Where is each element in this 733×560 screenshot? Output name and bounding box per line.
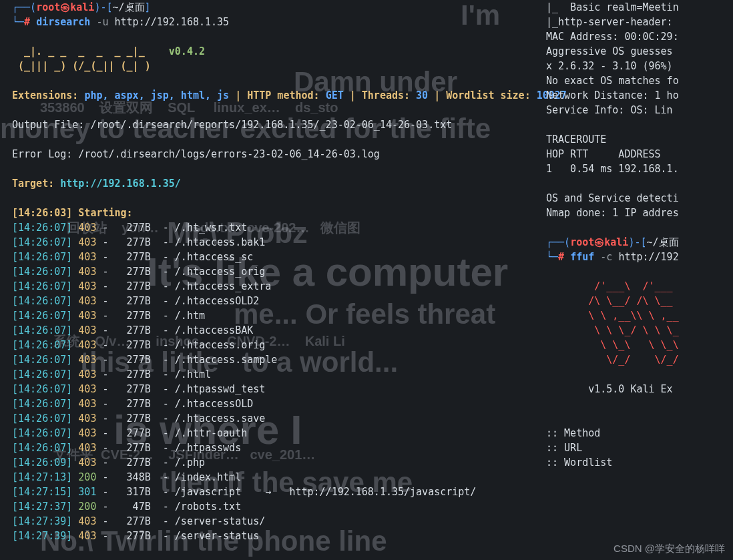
nmap-line: TRACEROUTE	[546, 132, 733, 147]
result-row: [14:27:13] 200 - 348B - /index.html	[12, 470, 535, 485]
error-log-line: Error Log: /root/.dirsearch/logs/errors-…	[12, 147, 535, 162]
ffuf-banner: /'___\ /'___ /\ \__/ /\ \__ \ \ ,__\\ \ …	[546, 279, 733, 367]
result-row: [14:26:07] 403 - 277B - /.httr-oauth	[12, 426, 535, 441]
result-row: [14:26:07] 403 - 277B - /.htaccessOLD2	[12, 294, 535, 308]
result-row: [14:27:39] 403 - 277B - /server-status/	[12, 514, 535, 529]
result-row: [14:26:07] 403 - 277B - /.htaccess.orig	[12, 338, 535, 352]
nmap-line: Network Distance: 1 ho	[546, 88, 733, 103]
nmap-output: |_ Basic realm=Meetin|_http-server-heade…	[546, 0, 733, 220]
result-row: [14:26:07] 403 - 277B - /.htaccess_sc	[12, 250, 535, 264]
banner-line-2: (_||| _) (/_(_|| (_| )	[12, 59, 535, 73]
result-row: [14:26:07] 403 - 277B - /.htaccess.bak1	[12, 235, 535, 250]
result-row: [14:26:07] 403 - 277B - /.ht_wsr.txt	[12, 220, 535, 235]
nmap-line	[546, 176, 733, 191]
result-row: [14:26:07] 403 - 277B - /.html	[12, 367, 535, 382]
nmap-line: |_ Basic realm=Meetin	[546, 0, 733, 15]
result-row: [14:26:07] 403 - 277B - /.htm	[12, 308, 535, 323]
result-list: [14:26:07] 403 - 277B - /.ht_wsr.txt[14:…	[12, 220, 535, 543]
result-row: [14:26:07] 403 - 277B - /.htaccess_extra	[12, 279, 535, 294]
nmap-line: OS and Service detecti	[546, 191, 733, 206]
banner-line-1: _|. _ _ _ _ _ _|_ v0.4.2	[12, 44, 535, 59]
nmap-line: HOP RTT ADDRESS	[546, 147, 733, 162]
nmap-line: |_http-server-header:	[546, 15, 733, 29]
ffuf-version: v1.5.0 Kali Ex	[546, 382, 733, 396]
prompt-line-2: └─# dirsearch -u http://192.168.1.35	[12, 15, 535, 29]
terminal-left[interactable]: ┌──(root㉿kali)-[~/桌面] └─# dirsearch -u h…	[0, 0, 541, 560]
nmap-line: Nmap done: 1 IP addres	[546, 206, 733, 220]
result-row: [14:27:37] 200 - 47B - /robots.txt	[12, 499, 535, 514]
nmap-line	[546, 117, 733, 132]
result-row: [14:26:07] 403 - 277B - /.htaccess_orig	[12, 264, 535, 279]
output-file-line: Output File: /root/.dirsearch/reports/19…	[12, 117, 535, 132]
result-row: [14:26:07] 403 - 277B - /.htpasswd_test	[12, 382, 535, 396]
result-row: [14:26:07] 403 - 277B - /.htpasswds	[12, 441, 535, 455]
nmap-line: Service Info: OS: Lin	[546, 103, 733, 117]
ffuf-config-line: :: Method	[546, 426, 733, 441]
nmap-line: MAC Address: 00:0C:29:	[546, 29, 733, 44]
result-row: [14:26:07] 403 - 277B - /.htaccess.save	[12, 411, 535, 426]
ffuf-config-line: :: Wordlist	[546, 455, 733, 470]
terminal-right[interactable]: |_ Basic realm=Meetin|_http-server-heade…	[541, 0, 733, 560]
result-row: [14:27:15] 301 - 317B - /javascript → ht…	[12, 485, 535, 499]
prompt-line-1: ┌──(root㉿kali)-[~/桌面]	[12, 0, 535, 15]
result-row: [14:27:39] 403 - 277B - /server-status	[12, 529, 535, 543]
nmap-line: x 2.6.32 - 3.10 (96%)	[546, 59, 733, 73]
ffuf-config-line: :: URL	[546, 441, 733, 455]
right-prompt-1: ┌──(root㉿kali)-[~/桌面	[546, 235, 733, 250]
header-line: Extensions: php, aspx, jsp, html, js | H…	[12, 88, 535, 103]
result-row: [14:26:07] 403 - 277B - /.htaccess.sampl…	[12, 352, 535, 367]
result-row: [14:26:07] 403 - 277B - /.htaccessBAK	[12, 323, 535, 338]
ffuf-config: :: Method:: URL:: Wordlist	[546, 426, 733, 470]
result-row: [14:26:07] 403 - 277B - /.htaccessOLD	[12, 396, 535, 411]
nmap-line: 1 0.54 ms 192.168.1.	[546, 162, 733, 176]
right-prompt-2: └─# ffuf -c http://192	[546, 250, 733, 264]
nmap-line: Aggressive OS guesses	[546, 44, 733, 59]
starting-line: [14:26:03] Starting:	[12, 206, 535, 220]
target-line: Target: http://192.168.1.35/	[12, 176, 535, 191]
nmap-line: No exact OS matches fo	[546, 73, 733, 88]
result-row: [14:26:09] 403 - 277B - /.php	[12, 455, 535, 470]
